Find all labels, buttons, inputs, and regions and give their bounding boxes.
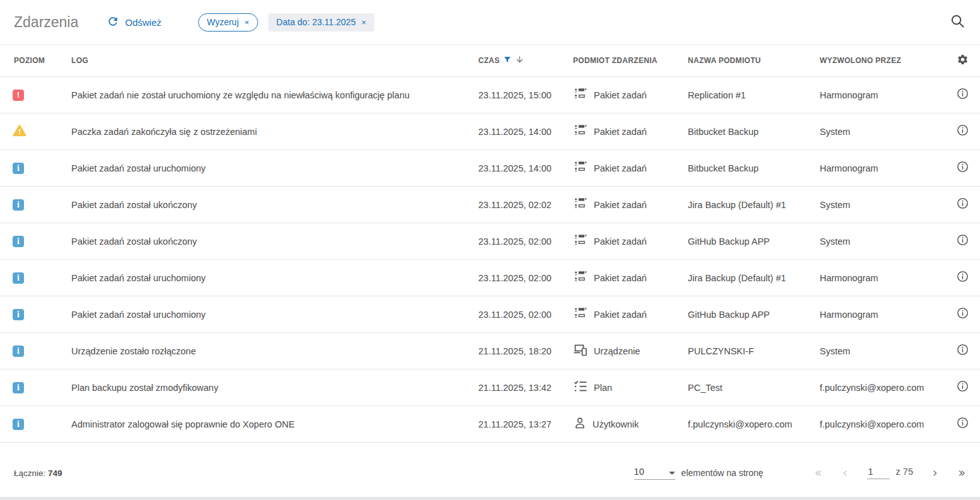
column-settings-button[interactable]	[945, 54, 980, 68]
info-level-icon: i	[13, 382, 24, 393]
page-total: z 75	[896, 467, 913, 477]
details-button[interactable]	[945, 270, 980, 286]
total-label: Łącznie:	[14, 468, 45, 478]
first-page-button[interactable]	[813, 468, 824, 479]
entity-type-label: Pakiet zadań	[594, 236, 647, 247]
info-level-icon: i	[13, 163, 24, 174]
info-level-icon: i	[13, 309, 24, 320]
entity-cell: Pakiet zadań	[573, 233, 688, 249]
level-cell	[0, 124, 71, 139]
pagination: z 75	[813, 467, 967, 479]
entity-cell: Plan	[573, 379, 688, 396]
entity-type-label: Pakiet zadań	[594, 200, 647, 210]
page-size-value: 10	[634, 467, 666, 477]
date-filter-label: Data do: 23.11.2025	[276, 17, 356, 27]
task-package-icon	[573, 197, 588, 212]
triggered-by: Harmonogram	[820, 90, 945, 100]
log-message: Administrator zalogował się poprawnie do…	[71, 419, 478, 429]
log-message: Pakiet zadań został uruchomiony	[71, 163, 478, 173]
table-row: i Plan backupu został zmodyfikowany 21.1…	[0, 369, 980, 406]
czas-label: CZAS	[478, 56, 500, 65]
details-button[interactable]	[945, 416, 980, 432]
entity-cell: Pakiet zadań	[573, 87, 688, 103]
date-filter-chip[interactable]: Data do: 23.11.2025 ×	[268, 13, 374, 32]
triggered-by: System	[820, 200, 945, 210]
info-circle-icon	[956, 124, 969, 139]
log-message: Pakiet zadań został uruchomiony	[71, 273, 478, 283]
task-package-icon	[573, 124, 588, 139]
bottom-edge	[0, 497, 980, 500]
event-time: 23.11.2025, 02:00	[478, 310, 573, 320]
filter-funnel-icon[interactable]	[503, 55, 512, 66]
table-row: i Pakiet zadań został uruchomiony 23.11.…	[0, 260, 980, 296]
task-package-icon	[573, 160, 588, 176]
previous-page-button[interactable]	[840, 468, 851, 479]
level-cell: i	[0, 308, 71, 320]
error-level-icon: !	[13, 90, 24, 101]
topbar: Zdarzenia Odśwież Wyzeruj × Data do: 23.…	[0, 0, 980, 45]
page-size-select[interactable]: 10	[634, 467, 675, 480]
event-time: 23.11.2025, 14:00	[478, 127, 573, 137]
event-time: 21.11.2025, 13:42	[478, 383, 573, 393]
info-level-icon: i	[13, 419, 24, 430]
reset-close-icon[interactable]: ×	[244, 18, 249, 26]
table-row: i Pakiet zadań został ukończony 23.11.20…	[0, 223, 980, 260]
entity-name: Replication #1	[688, 90, 820, 100]
next-page-button[interactable]	[930, 468, 940, 479]
entity-name: PC_Test	[688, 383, 820, 393]
triggered-by: Harmonogram	[820, 273, 945, 283]
table-row: i Pakiet zadań został uruchomiony 23.11.…	[0, 296, 980, 333]
last-page-button[interactable]	[957, 468, 967, 479]
total-value: 749	[48, 468, 62, 478]
info-level-icon: i	[13, 236, 24, 247]
table-row: i Administrator zalogował się poprawnie …	[0, 406, 980, 443]
details-button[interactable]	[945, 380, 980, 395]
log-message: Pakiet zadań został ukończony	[71, 200, 478, 210]
event-time: 23.11.2025, 14:00	[478, 163, 573, 173]
refresh-label: Odśwież	[125, 17, 162, 28]
column-header-wyzwolono: WYZWOLONO PRZEZ	[820, 56, 945, 65]
table-footer: Łącznie: 749 10 elementów na stronę z 75	[0, 443, 980, 497]
table-row: ! Pakiet zadań nie został uruchomiony ze…	[0, 77, 980, 113]
page-size-suffix: elementów na stronę	[682, 468, 764, 478]
triggered-by: System	[820, 236, 945, 247]
entity-cell: Pakiet zadań	[573, 124, 688, 139]
level-cell: i	[0, 162, 71, 174]
triggered-by: Harmonogram	[820, 163, 945, 173]
log-message: Pakiet zadań został uruchomiony	[71, 310, 478, 320]
log-message: Pakiet zadań nie został uruchomiony ze w…	[71, 90, 478, 100]
page-number-input[interactable]	[867, 467, 890, 479]
details-button[interactable]	[945, 160, 980, 176]
details-button[interactable]	[945, 306, 980, 322]
info-circle-icon	[956, 343, 969, 359]
entity-cell: Użytkownik	[573, 416, 688, 433]
refresh-icon	[107, 15, 119, 30]
sort-descending-icon[interactable]	[515, 55, 524, 66]
event-time: 23.11.2025, 02:00	[478, 236, 573, 247]
column-header-czas: CZAS	[478, 55, 573, 66]
chip-close-icon[interactable]: ×	[362, 18, 367, 26]
details-button[interactable]	[945, 197, 980, 212]
task-package-icon	[573, 233, 588, 249]
refresh-button[interactable]: Odśwież	[107, 15, 162, 30]
entity-type-label: Pakiet zadań	[594, 163, 647, 173]
details-button[interactable]	[945, 124, 980, 139]
level-cell: i	[0, 199, 71, 211]
reset-filters-button[interactable]: Wyzeruj ×	[198, 13, 258, 32]
entity-name: f.pulczynski@xopero.com	[688, 419, 820, 429]
log-message: Urządzenie zostało rozłączone	[71, 346, 478, 356]
details-button[interactable]	[945, 87, 980, 103]
info-circle-icon	[956, 197, 969, 212]
info-level-icon: i	[13, 199, 24, 211]
reset-filters-label: Wyzeruj	[207, 17, 239, 27]
entity-name: Jira Backup (Default) #1	[688, 273, 820, 283]
entity-name: Bitbucket Backup	[688, 163, 820, 173]
details-button[interactable]	[945, 233, 980, 249]
entity-name: GitHub Backup APP	[688, 310, 820, 320]
details-button[interactable]	[945, 343, 980, 359]
triggered-by: System	[820, 127, 945, 137]
info-circle-icon	[956, 87, 969, 103]
info-circle-icon	[956, 270, 969, 286]
search-button[interactable]	[949, 13, 966, 32]
entity-name: GitHub Backup APP	[688, 236, 820, 247]
